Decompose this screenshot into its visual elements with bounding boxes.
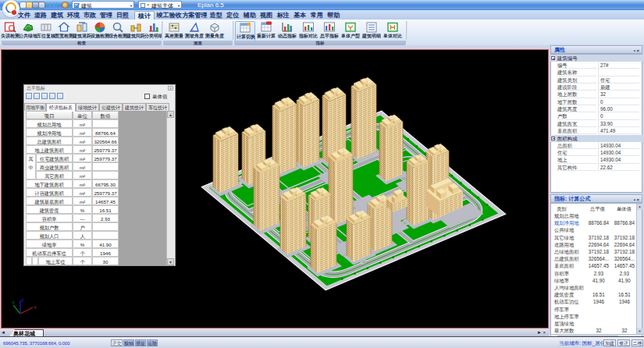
svg-text:Z: Z [21,298,24,303]
svg-text:Y: Y [12,300,15,305]
svg-text:X: X [34,305,37,310]
